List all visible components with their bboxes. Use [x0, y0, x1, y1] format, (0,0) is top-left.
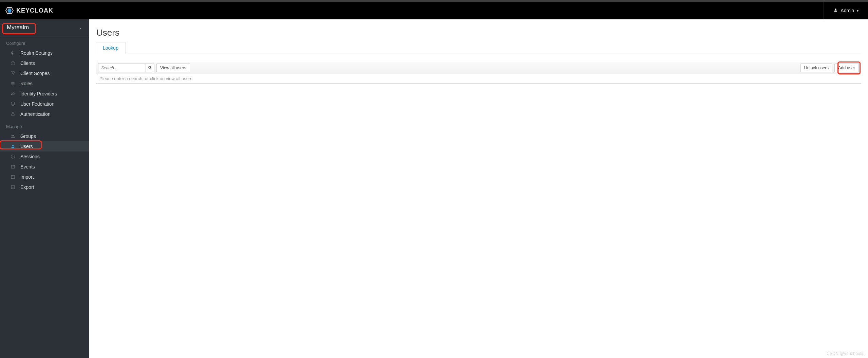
- sidebar-item-label: Sessions: [20, 154, 40, 159]
- sidebar-item-label: Roles: [20, 81, 33, 86]
- view-all-users-button[interactable]: View all users: [156, 64, 190, 72]
- sliders-icon: [10, 50, 16, 56]
- sidebar-item-label: Identity Providers: [20, 91, 57, 96]
- svg-point-21: [149, 66, 151, 68]
- user-icon: [10, 144, 16, 149]
- clock-icon: [10, 154, 16, 159]
- sidebar-item-label: Import: [20, 174, 34, 180]
- user-menu[interactable]: Admin ▾: [824, 2, 861, 19]
- sidebar-item-label: Export: [20, 184, 34, 190]
- lock-icon: [10, 111, 16, 117]
- brand[interactable]: KEYCLOAK: [5, 6, 53, 15]
- search-icon: [148, 66, 152, 71]
- sidebar-item-label: Groups: [20, 133, 36, 139]
- sidebar-item-label: User Federation: [20, 101, 54, 107]
- sidebar-item-groups[interactable]: Groups: [0, 131, 89, 141]
- svg-point-14: [12, 135, 13, 136]
- tab-lookup[interactable]: Lookup: [96, 42, 126, 54]
- tab-label: Lookup: [103, 45, 118, 51]
- cubes-icon: [10, 71, 16, 76]
- sidebar-item-user-federation[interactable]: User Federation: [0, 99, 89, 109]
- cube-icon: [10, 60, 16, 66]
- sidebar-item-label: Client Scopes: [20, 71, 50, 76]
- button-label: View all users: [160, 66, 186, 70]
- search-hint: Please enter a search, or click on view …: [96, 74, 861, 84]
- database-icon: [10, 101, 16, 107]
- svg-point-16: [12, 145, 14, 146]
- chevron-down-icon: ⌄: [79, 25, 82, 30]
- svg-point-15: [13, 135, 15, 136]
- sidebar-item-export[interactable]: Export: [0, 182, 89, 192]
- brand-text: KEYCLOAK: [16, 7, 53, 14]
- svg-rect-13: [12, 114, 14, 116]
- sidebar-item-label: Users: [20, 144, 33, 149]
- sidebar-item-users[interactable]: Users: [0, 141, 89, 151]
- search-group: [98, 64, 154, 72]
- svg-marker-1: [7, 8, 12, 13]
- svg-rect-10: [11, 83, 14, 84]
- svg-point-2: [835, 8, 836, 10]
- chevron-down-icon: ▾: [857, 9, 858, 13]
- realm-selector[interactable]: Myrealm ⌄: [0, 19, 89, 36]
- sidebar-item-client-scopes[interactable]: Client Scopes: [0, 68, 89, 78]
- svg-rect-4: [12, 53, 14, 54]
- sidebar-item-authentication[interactable]: Authentication: [0, 109, 89, 119]
- sidebar-item-label: Clients: [20, 60, 35, 66]
- button-label: Add user: [838, 66, 855, 70]
- toolbar: View all users Unlock users Add user: [96, 62, 861, 74]
- sidebar-item-sessions[interactable]: Sessions: [0, 151, 89, 162]
- watermark: CSDN @youzhouliu: [827, 351, 865, 356]
- sidebar-item-roles[interactable]: Roles: [0, 78, 89, 89]
- topbar: KEYCLOAK Admin ▾: [0, 2, 868, 19]
- user-label: Admin: [841, 8, 854, 13]
- search-input[interactable]: [98, 64, 146, 72]
- svg-rect-6: [11, 72, 13, 73]
- sidebar-item-clients[interactable]: Clients: [0, 58, 89, 68]
- sidebar-item-import[interactable]: Import: [0, 172, 89, 182]
- search-button[interactable]: [146, 64, 154, 72]
- svg-rect-8: [12, 74, 14, 75]
- sidebar-item-label: Realm Settings: [20, 50, 53, 56]
- svg-rect-7: [13, 72, 15, 73]
- export-icon: [10, 184, 16, 190]
- svg-rect-18: [11, 165, 14, 168]
- svg-rect-3: [11, 52, 12, 53]
- content-area: Users Lookup View all users Unlock users: [89, 19, 868, 358]
- page-title: Users: [96, 28, 861, 38]
- unlock-users-button[interactable]: Unlock users: [800, 64, 832, 72]
- realm-name: Myrealm: [7, 24, 29, 31]
- user-icon: [833, 8, 838, 13]
- tabs: Lookup: [96, 41, 861, 54]
- svg-point-12: [11, 102, 14, 103]
- sidebar-section-title: Manage: [0, 119, 89, 131]
- sidebar: Myrealm ⌄ ConfigureRealm SettingsClients…: [0, 19, 89, 358]
- sidebar-item-identity-providers[interactable]: Identity Providers: [0, 89, 89, 99]
- svg-line-22: [151, 68, 152, 69]
- keycloak-logo-icon: [5, 6, 14, 15]
- button-label: Unlock users: [804, 66, 829, 70]
- group-icon: [10, 133, 16, 139]
- svg-rect-11: [11, 85, 14, 85]
- sidebar-item-realm-settings[interactable]: Realm Settings: [0, 48, 89, 58]
- svg-rect-5: [13, 52, 15, 52]
- import-icon: [10, 174, 16, 180]
- add-user-button[interactable]: Add user: [834, 64, 859, 72]
- sidebar-item-label: Authentication: [20, 111, 51, 117]
- calendar-icon: [10, 164, 16, 169]
- sidebar-item-events[interactable]: Events: [0, 162, 89, 172]
- exchange-icon: [10, 91, 16, 96]
- list-icon: [10, 81, 16, 86]
- sidebar-item-label: Events: [20, 164, 35, 169]
- svg-rect-9: [11, 82, 14, 83]
- sidebar-section-title: Configure: [0, 36, 89, 48]
